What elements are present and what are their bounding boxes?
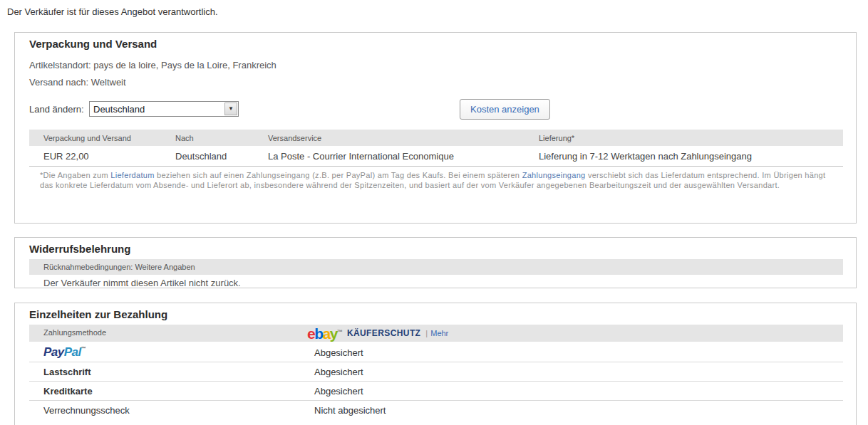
footnote-text: *Die Angaben zum <box>40 171 110 179</box>
col-header-shipping: Verpackung und Versand <box>43 134 131 142</box>
payment-method-header: Zahlungsmethode <box>43 328 106 337</box>
col-header-service: Versandservice <box>268 134 321 142</box>
paypal-logo: PayPal™ <box>43 345 86 360</box>
ebay-logo-letter: y <box>330 325 337 342</box>
ebay-logo-letter: a <box>323 325 330 342</box>
ebay-logo[interactable]: ebay™ <box>307 324 343 342</box>
payment-method-header-bar: Zahlungsmethode ebay™ KÄUFERSCHUTZ | Meh… <box>29 325 843 342</box>
country-select-value: Deutschland <box>93 104 145 115</box>
payment-method-label: Verrechnungsscheck <box>43 405 130 416</box>
chevron-down-icon[interactable]: ▼ <box>224 103 237 115</box>
returns-conditions-text: Rücknahmebedingungen: Weitere Angaben <box>43 263 195 271</box>
trademark-symbol: ™ <box>337 329 343 335</box>
payment-row-verrechnungsscheck: Verrechnungsscheck Nicht abgesichert <box>29 401 843 420</box>
paypal-logo-part: Pay <box>43 345 64 359</box>
payment-methods-table: PayPal™ Abgesichert Lastschrift Abgesich… <box>29 343 843 420</box>
shipping-section-title: Verpackung und Versand <box>29 38 157 50</box>
payment-method-label: Kreditkarte <box>43 386 93 397</box>
payment-status: Nicht abgesichert <box>314 405 386 416</box>
shipping-table-header: Verpackung und Versand Nach Versandservi… <box>29 130 843 146</box>
returns-section: Widerrufsbelehrung Rücknahmebedingungen:… <box>14 237 857 288</box>
divider: | <box>425 329 428 337</box>
buyer-protection-group: ebay™ KÄUFERSCHUTZ | Mehr <box>307 325 448 342</box>
more-link[interactable]: Mehr <box>430 329 448 337</box>
seller-responsibility-note: Der Verkäufer ist für dieses Angebot ver… <box>7 6 218 17</box>
shipping-cost-value: EUR 22,00 <box>43 151 89 162</box>
payment-status: Abgesichert <box>314 386 363 397</box>
shipping-service-value: La Poste - Courrier International Econom… <box>268 151 454 162</box>
show-costs-button[interactable]: Kosten anzeigen <box>460 99 550 120</box>
lieferdatum-link[interactable]: Lieferdatum <box>110 171 154 179</box>
shipping-table-row: EUR 22,00 Deutschland La Poste - Courrie… <box>29 146 843 167</box>
shipping-delivery-value: Lieferung in 7-12 Werktagen nach Zahlung… <box>539 151 752 162</box>
returns-policy-text: Der Verkäufer nimmt diesen Artikel nicht… <box>43 278 241 288</box>
ebay-logo-letter: e <box>307 325 314 342</box>
ebay-logo-letter: b <box>314 325 322 342</box>
returns-conditions-bar: Rücknahmebedingungen: Weitere Angaben <box>29 259 843 275</box>
paypal-logo-part: Pal <box>64 345 81 359</box>
footnote-text: beziehen sich auf einen Zahlungseingang … <box>155 171 522 179</box>
payment-method-label: Lastschrift <box>43 367 91 377</box>
country-select[interactable]: Deutschland ▼ <box>89 101 239 117</box>
payment-status: Abgesichert <box>314 367 363 377</box>
col-header-delivery: Lieferung* <box>539 134 574 142</box>
col-header-to: Nach <box>175 134 194 142</box>
shipping-section: Verpackung und Versand Artikelstandort: … <box>14 32 857 224</box>
trademark-symbol: ™ <box>81 346 86 351</box>
ships-to-text: Versand nach: Weltweit <box>29 77 126 88</box>
buyer-protection-label: KÄUFERSCHUTZ <box>347 328 420 338</box>
payment-row-kreditkarte: Kreditkarte Abgesichert <box>29 382 843 401</box>
shipping-to-value: Deutschland <box>175 151 227 162</box>
payment-row-lastschrift: Lastschrift Abgesichert <box>29 362 843 382</box>
returns-section-title: Widerrufsbelehrung <box>29 243 130 255</box>
delivery-footnote: *Die Angaben zum Lieferdatum beziehen si… <box>40 170 830 190</box>
payment-status: Abgesichert <box>314 347 363 358</box>
zahlungseingang-link[interactable]: Zahlungseingang <box>522 171 586 179</box>
item-location-text: Artikelstandort: pays de la loire, Pays … <box>29 60 277 70</box>
change-country-label: Land ändern: <box>29 104 84 115</box>
payment-section-title: Einzelheiten zur Bezahlung <box>29 308 167 320</box>
payment-row-paypal: PayPal™ Abgesichert <box>29 343 843 362</box>
payment-section: Einzelheiten zur Bezahlung Zahlungsmetho… <box>14 303 857 425</box>
